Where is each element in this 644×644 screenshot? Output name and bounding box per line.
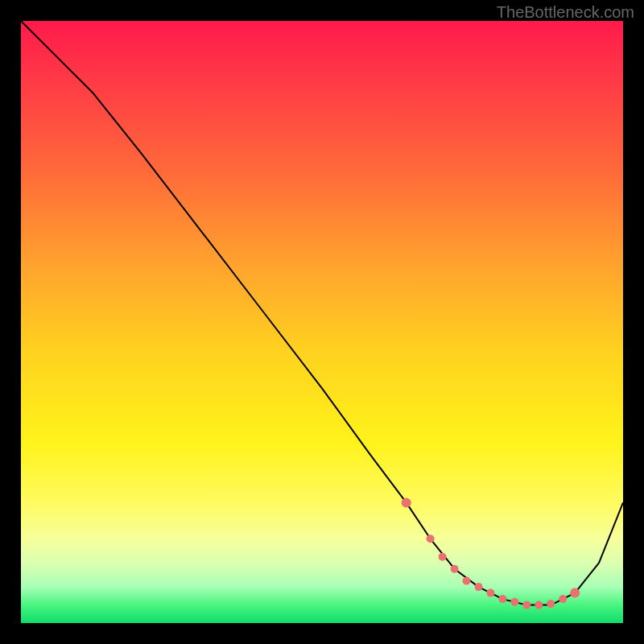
- marker-dot: [570, 588, 580, 598]
- marker-dot: [547, 600, 555, 608]
- marker-dots: [402, 497, 580, 609]
- marker-dot: [486, 589, 494, 597]
- marker-dot: [402, 497, 411, 507]
- bottleneck-curve: [21, 21, 623, 605]
- watermark-text: TheBottleneck.com: [497, 3, 634, 22]
- marker-dot: [439, 553, 447, 561]
- marker-dot: [463, 577, 471, 585]
- marker-dot: [522, 601, 530, 609]
- marker-dot: [535, 601, 543, 609]
- marker-dot: [451, 565, 459, 573]
- marker-dot: [427, 535, 435, 543]
- marker-dot: [510, 598, 518, 606]
- chart-frame: TheBottleneck.com: [0, 0, 644, 644]
- marker-dot: [559, 595, 567, 603]
- marker-dot: [475, 583, 483, 591]
- marker-dot: [498, 595, 506, 603]
- curve-svg: [21, 21, 623, 623]
- plot-area: [21, 21, 623, 623]
